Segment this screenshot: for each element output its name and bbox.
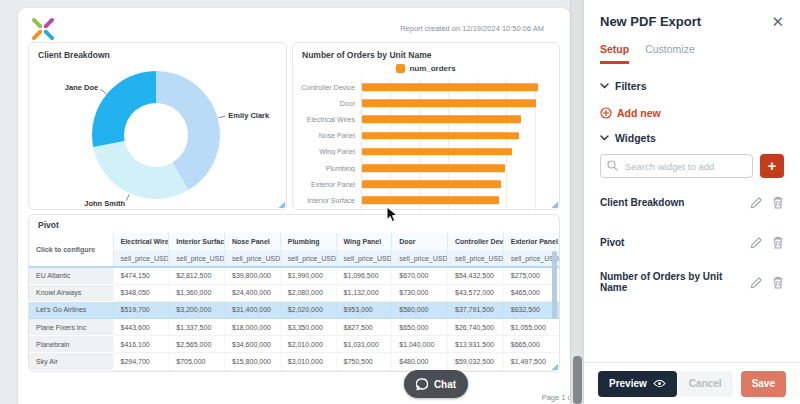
pivot-cell[interactable]: $34,600,000 [225, 336, 281, 353]
pivot-cell[interactable]: $480,000 [392, 353, 448, 370]
edit-pencil-icon[interactable] [750, 196, 763, 209]
pivot-cell[interactable]: $2,565,000 [169, 336, 225, 353]
pivot-cell[interactable]: $953,000 [336, 301, 392, 318]
pivot-cell[interactable]: $43,572,000 [448, 284, 504, 301]
donut-segment[interactable] [92, 71, 156, 147]
client-breakdown-donut-chart[interactable]: Emily ClarkJohn SmithJane Doe [29, 61, 287, 209]
pivot-cell[interactable]: $26,740,500 [448, 319, 504, 336]
widget-list-item[interactable]: Pivot [600, 222, 784, 262]
pivot-cell[interactable]: $275,000 [503, 267, 559, 284]
edit-pencil-icon[interactable] [750, 276, 763, 289]
pivot-table[interactable]: Click to configureElectrical WiresInteri… [29, 233, 559, 371]
close-icon[interactable]: ✕ [771, 14, 784, 29]
pivot-cell[interactable]: $348,050 [113, 284, 169, 301]
pivot-cell[interactable]: $37,791,500 [448, 301, 504, 318]
preview-button[interactable]: Preview [598, 371, 677, 397]
pivot-cell[interactable]: $632,500 [503, 301, 559, 318]
pivot-cell[interactable]: $1,132,000 [336, 284, 392, 301]
client-breakdown-widget[interactable]: Client Breakdown Emily ClarkJohn SmithJa… [28, 42, 287, 210]
pivot-row[interactable]: EU Atlantic$474,150$2,812,500$39,800,000… [29, 267, 559, 284]
pivot-cell[interactable]: $294,700 [113, 353, 169, 370]
pivot-column-header[interactable]: Wing Panel [336, 233, 392, 250]
pivot-cell[interactable]: $3,200,000 [169, 301, 225, 318]
pivot-subheader[interactable]: sell_price_USD [503, 250, 559, 267]
pivot-cell[interactable]: $650,000 [392, 319, 448, 336]
pivot-column-header[interactable]: Plumbing [280, 233, 336, 250]
pivot-cell[interactable]: $730,000 [392, 284, 448, 301]
chat-button[interactable]: Chat [404, 370, 468, 398]
pivot-subheader[interactable]: sell_price_USD [448, 250, 504, 267]
bar[interactable] [362, 197, 499, 205]
orders-bar-chart[interactable]: Controller Device Door Electrical Wires … [299, 79, 547, 205]
tab-setup[interactable]: Setup [600, 43, 629, 64]
pivot-cell[interactable]: $3,010,000 [280, 353, 336, 370]
add-new-filter-button[interactable]: Add new [584, 92, 800, 119]
delete-trash-icon[interactable] [772, 276, 784, 289]
save-button[interactable]: Save [741, 371, 786, 397]
delete-trash-icon[interactable] [772, 196, 784, 209]
bar[interactable] [362, 132, 519, 140]
pivot-cell[interactable]: $670,000 [392, 267, 448, 284]
pivot-widget[interactable]: Pivot Click to configureElectrical Wires… [28, 214, 560, 372]
pivot-scrollbar[interactable] [552, 235, 557, 367]
pivot-cell[interactable]: $3,350,000 [280, 319, 336, 336]
filters-section-header[interactable]: Filters [584, 64, 800, 92]
pivot-corner-cell[interactable]: Click to configure [29, 233, 113, 267]
preview-scrollbar[interactable] [570, 0, 583, 404]
pivot-cell[interactable]: $1,096,500 [336, 267, 392, 284]
pivot-subheader[interactable]: sell_price_USD [225, 250, 281, 267]
pivot-subheader[interactable]: sell_price_USD [169, 250, 225, 267]
pivot-cell[interactable]: $2,020,000 [280, 301, 336, 318]
preview-scrollbar-thumb[interactable] [573, 356, 582, 404]
bar[interactable] [362, 180, 501, 188]
pivot-subheader[interactable]: sell_price_USD [392, 250, 448, 267]
pivot-cell[interactable]: $13,931,500 [448, 336, 504, 353]
pivot-column-header[interactable]: Exterior Panel [503, 233, 559, 250]
pivot-row[interactable]: Knowi Airways$348,050$1,360,000$24,400,0… [29, 284, 559, 301]
pivot-cell[interactable]: $750,500 [336, 353, 392, 370]
bar[interactable] [362, 148, 512, 156]
bar[interactable] [362, 116, 521, 124]
pivot-cell[interactable]: $827,500 [336, 319, 392, 336]
pivot-cell[interactable]: $1,360,000 [169, 284, 225, 301]
pivot-column-header[interactable]: Door [392, 233, 448, 250]
pivot-column-header[interactable]: Nose Panel [225, 233, 281, 250]
tab-customize[interactable]: Customize [645, 43, 695, 64]
pivot-cell[interactable]: $2,812,500 [169, 267, 225, 284]
orders-by-unit-widget[interactable]: Number of Orders by Unit Name num_orders… [292, 42, 560, 210]
pivot-cell[interactable]: $580,000 [392, 301, 448, 318]
pivot-cell[interactable]: $665,000 [503, 336, 559, 353]
resize-handle-icon[interactable] [278, 201, 285, 208]
pivot-cell[interactable]: $18,000,000 [225, 319, 281, 336]
delete-trash-icon[interactable] [772, 236, 784, 249]
pivot-cell[interactable]: $24,400,000 [225, 284, 281, 301]
pivot-cell[interactable]: $1,337,500 [169, 319, 225, 336]
pivot-column-header[interactable]: Controller Device [448, 233, 504, 250]
pivot-cell[interactable]: $474,150 [113, 267, 169, 284]
pivot-cell[interactable]: $443,600 [113, 319, 169, 336]
pivot-column-header[interactable]: Interior Surface [169, 233, 225, 250]
pivot-cell[interactable]: $1,990,000 [280, 267, 336, 284]
pivot-row[interactable]: Plane Fixers Inc$443,600$1,337,500$18,00… [29, 319, 559, 336]
pivot-subheader[interactable]: sell_price_USD [336, 250, 392, 267]
pivot-cell[interactable]: $1,055,000 [503, 319, 559, 336]
pivot-cell[interactable]: $2,010,000 [280, 336, 336, 353]
pivot-cell[interactable]: $2,080,000 [280, 284, 336, 301]
resize-handle-icon[interactable] [551, 363, 558, 370]
pivot-cell[interactable]: $519,700 [113, 301, 169, 318]
pivot-cell[interactable]: $59,032,500 [448, 353, 504, 370]
pivot-cell[interactable]: $54,432,500 [448, 267, 504, 284]
pivot-cell[interactable]: $705,000 [169, 353, 225, 370]
pivot-cell[interactable]: $416,100 [113, 336, 169, 353]
pivot-column-header[interactable]: Electrical Wires [113, 233, 169, 250]
bar[interactable] [362, 83, 538, 91]
widgets-section-header[interactable]: Widgets [584, 119, 800, 144]
pivot-cell[interactable]: $31,400,000 [225, 301, 281, 318]
bar[interactable] [362, 100, 536, 108]
pivot-row[interactable]: Planebrain$416,100$2,565,000$34,600,000$… [29, 336, 559, 353]
bar[interactable] [362, 164, 505, 172]
resize-handle-icon[interactable] [551, 201, 558, 208]
pivot-row[interactable]: Let's Go Airlines$519,700$3,200,000$31,4… [29, 301, 559, 318]
pivot-subheader[interactable]: sell_price_USD [280, 250, 336, 267]
edit-pencil-icon[interactable] [750, 236, 763, 249]
